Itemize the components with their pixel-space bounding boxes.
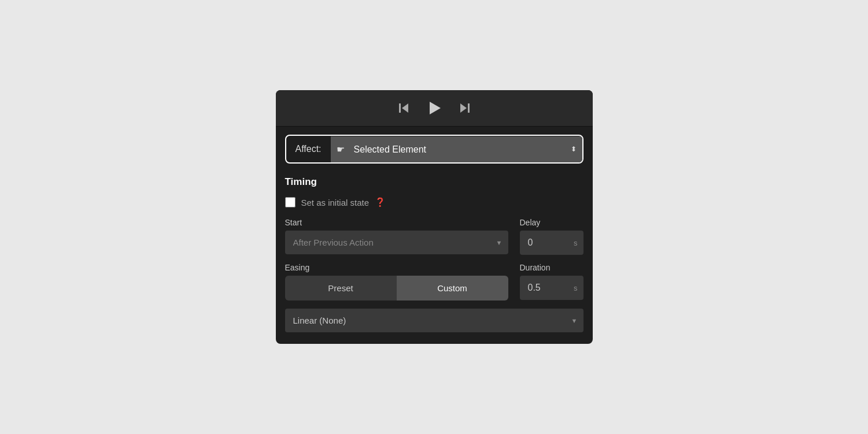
skip-back-button[interactable] [398,102,411,114]
affect-select[interactable]: Selected Element All Elements Following … [331,136,582,162]
linear-select-wrapper: Linear (None) Ease In Ease Out Ease In O… [285,309,583,332]
duration-label: Duration [520,263,583,272]
start-label: Start [285,218,508,227]
play-button[interactable] [427,101,442,116]
svg-marker-2 [430,102,441,114]
duration-field-group: Duration s [520,263,583,300]
timing-section: Timing Set as initial state ❓ Start Afte… [276,172,593,344]
start-select-wrapper: After Previous Action With Previous Acti… [285,231,508,254]
affect-label: Affect: [286,136,331,162]
preset-button[interactable]: Preset [285,276,397,301]
timing-title: Timing [285,176,583,188]
easing-toggle: Preset Custom [285,276,508,301]
help-icon[interactable]: ❓ [375,197,386,207]
affect-row: Affect: ☛ Selected Element All Elements … [285,135,583,164]
delay-input[interactable] [520,231,583,255]
duration-input[interactable] [520,276,583,300]
skip-forward-button[interactable] [458,102,471,114]
start-field-group: Start After Previous Action With Previou… [285,218,508,254]
custom-button[interactable]: Custom [397,276,508,301]
easing-field-group: Easing Preset Custom [285,263,508,301]
initial-state-label: Set as initial state [301,198,370,207]
delay-label: Delay [520,218,583,227]
transport-bar [276,90,593,127]
linear-select[interactable]: Linear (None) Ease In Ease Out Ease In O… [285,309,583,332]
initial-state-checkbox[interactable] [285,197,296,207]
svg-marker-1 [402,103,408,113]
easing-duration-row: Easing Preset Custom Duration s [285,263,583,301]
delay-field-group: Delay s [520,218,583,255]
start-select[interactable]: After Previous Action With Previous Acti… [285,231,508,254]
svg-marker-3 [460,103,467,113]
animation-panel: Affect: ☛ Selected Element All Elements … [276,90,593,344]
duration-input-wrapper: s [520,276,583,300]
easing-label: Easing [285,263,508,272]
svg-rect-4 [468,103,470,113]
initial-state-row: Set as initial state ❓ [285,197,583,207]
svg-rect-0 [399,103,401,113]
affect-select-wrapper: ☛ Selected Element All Elements Followin… [331,136,582,162]
delay-input-wrapper: s [520,231,583,255]
start-delay-row: Start After Previous Action With Previou… [285,218,583,255]
